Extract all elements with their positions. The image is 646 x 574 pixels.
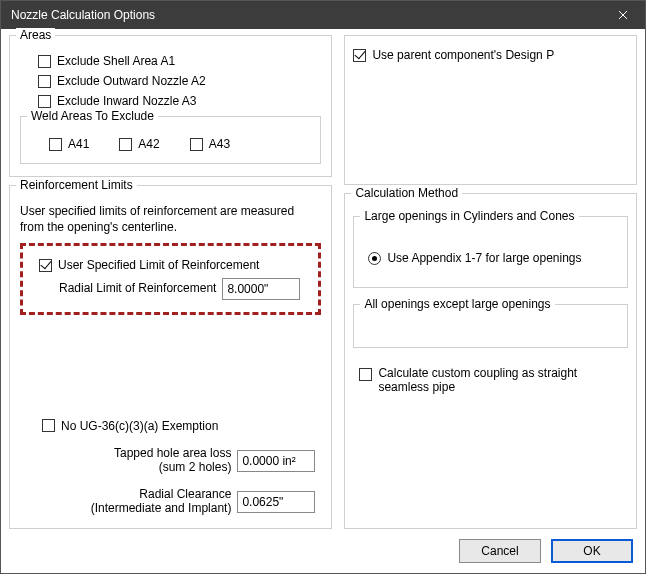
a41-checkbox[interactable] [49,138,62,151]
large-openings-group: Large openings in Cylinders and Cones Us… [353,216,628,288]
close-icon [618,10,628,20]
clearance-label-2: (Intermediate and Implant) [91,502,232,516]
titlebar: Nozzle Calculation Options [1,1,645,29]
exclude-a1-row[interactable]: Exclude Shell Area A1 [38,52,323,70]
calc-method-group: Calculation Method Large openings in Cyl… [344,193,637,529]
radial-limit-label: Radial Limit of Reinforcement [59,282,216,296]
exclude-a3-checkbox[interactable] [38,95,51,108]
dialog-window: Nozzle Calculation Options Areas Exclude… [0,0,646,574]
areas-legend: Areas [16,28,55,42]
spacer [18,321,323,413]
clearance-label-1: Radial Clearance [91,488,232,502]
highlight-box: User Specified Limit of Reinforcement Ra… [20,243,321,315]
no-ug36-checkbox[interactable] [42,419,55,432]
reinforcement-hint: User specified limits of reinforcement a… [20,204,321,235]
custom-coupling-label: Calculate custom coupling as straight se… [378,366,577,394]
tapped-label-2: (sum 2 holes) [114,461,231,475]
cancel-button[interactable]: Cancel [459,539,541,563]
no-ug36-label: No UG-36(c)(3)(a) Exemption [61,419,218,433]
a42-row[interactable]: A42 [119,137,159,151]
use-appendix-radio[interactable] [368,252,381,265]
no-ug36-row[interactable]: No UG-36(c)(3)(a) Exemption [42,417,319,435]
a42-label: A42 [138,137,159,151]
a43-row[interactable]: A43 [190,137,230,151]
exclude-a2-checkbox[interactable] [38,75,51,88]
ok-button[interactable]: OK [551,539,633,563]
weld-areas-legend: Weld Areas To Exclude [27,109,158,123]
use-parent-row[interactable]: Use parent component's Design P [353,46,628,64]
a41-label: A41 [68,137,89,151]
exclude-a1-label: Exclude Shell Area A1 [57,54,175,68]
radial-limit-input[interactable] [222,278,300,300]
tapped-row: Tapped hole area loss (sum 2 holes) [22,447,315,475]
all-openings-legend: All openings except large openings [360,297,554,311]
a43-label: A43 [209,137,230,151]
a41-row[interactable]: A41 [49,137,89,151]
areas-group: Areas Exclude Shell Area A1 Exclude Outw… [9,35,332,177]
user-specified-row[interactable]: User Specified Limit of Reinforcement [39,256,312,274]
use-parent-label: Use parent component's Design P [372,48,554,62]
lower-block: No UG-36(c)(3)(a) Exemption Tapped hole … [18,413,323,518]
use-appendix-row[interactable]: Use Appendix 1-7 for large openings [368,249,619,267]
use-appendix-label: Use Appendix 1-7 for large openings [387,251,581,265]
user-specified-checkbox[interactable] [39,259,52,272]
custom-coupling-row[interactable]: Calculate custom coupling as straight se… [359,366,628,384]
custom-coupling-line2: seamless pipe [378,380,577,394]
design-p-group: Use parent component's Design P [344,35,637,185]
close-button[interactable] [601,1,645,29]
left-column: Areas Exclude Shell Area A1 Exclude Outw… [9,35,332,529]
custom-coupling-checkbox[interactable] [359,368,372,381]
user-specified-label: User Specified Limit of Reinforcement [58,258,259,272]
clearance-row: Radial Clearance (Intermediate and Impla… [22,488,315,516]
window-title: Nozzle Calculation Options [11,8,155,22]
weld-row: A41 A42 A43 [49,137,312,151]
weld-areas-group: Weld Areas To Exclude A41 A42 A43 [20,116,321,164]
calc-method-legend: Calculation Method [351,186,462,200]
tapped-label: Tapped hole area loss (sum 2 holes) [114,447,231,475]
tapped-input[interactable] [237,450,315,472]
reinforcement-legend: Reinforcement Limits [16,178,137,192]
button-row: Cancel OK [1,529,645,573]
exclude-a2-label: Exclude Outward Nozzle A2 [57,74,206,88]
right-column: Use parent component's Design P Calculat… [344,35,637,529]
all-openings-group: All openings except large openings [353,304,628,348]
use-parent-checkbox[interactable] [353,49,366,62]
reinforcement-group: Reinforcement Limits User specified limi… [9,185,332,529]
tapped-label-1: Tapped hole area loss [114,447,231,461]
radial-limit-row: Radial Limit of Reinforcement [59,278,308,300]
exclude-a3-label: Exclude Inward Nozzle A3 [57,94,196,108]
large-openings-legend: Large openings in Cylinders and Cones [360,209,578,223]
clearance-label: Radial Clearance (Intermediate and Impla… [91,488,232,516]
content-area: Areas Exclude Shell Area A1 Exclude Outw… [1,29,645,529]
clearance-input[interactable] [237,491,315,513]
a42-checkbox[interactable] [119,138,132,151]
a43-checkbox[interactable] [190,138,203,151]
exclude-a1-checkbox[interactable] [38,55,51,68]
custom-coupling-line1: Calculate custom coupling as straight [378,366,577,380]
nested-groups: Large openings in Cylinders and Cones Us… [353,208,628,356]
exclude-a2-row[interactable]: Exclude Outward Nozzle A2 [38,72,323,90]
exclude-a3-row[interactable]: Exclude Inward Nozzle A3 [38,92,323,110]
